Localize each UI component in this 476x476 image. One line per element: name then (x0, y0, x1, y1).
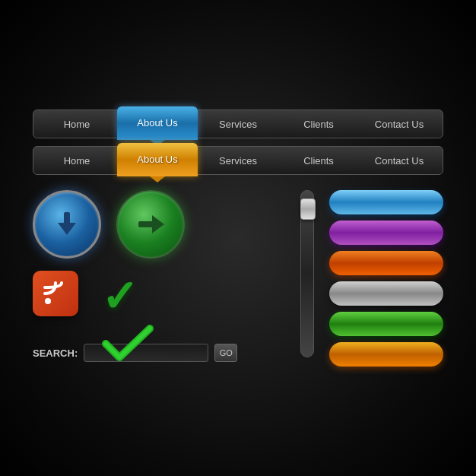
circle-buttons-row (33, 190, 237, 259)
button-purple[interactable] (329, 221, 443, 245)
nav2-clients[interactable]: Clients (278, 149, 359, 173)
nav1-clients[interactable]: Clients (278, 113, 359, 136)
button-gold[interactable] (329, 342, 443, 367)
svg-point-4 (45, 298, 51, 304)
nav1-about[interactable]: About Us (117, 106, 198, 140)
icons-section: SEARCH: GO (33, 190, 237, 362)
slider-handle[interactable] (300, 198, 316, 220)
rss-icon (42, 280, 69, 307)
vertical-slider[interactable] (300, 190, 314, 357)
svg-marker-1 (58, 223, 76, 235)
check-symbol (101, 322, 154, 364)
arrow-right-icon (135, 209, 166, 240)
nav1-services[interactable]: Services (198, 113, 278, 136)
svg-marker-3 (152, 215, 164, 233)
small-icons-row (33, 271, 237, 316)
button-green[interactable] (329, 312, 443, 336)
button-blue[interactable] (329, 190, 443, 214)
next-button[interactable] (116, 190, 185, 259)
colored-buttons-panel (329, 190, 443, 367)
nav2-home[interactable]: Home (36, 149, 117, 173)
nav2-services[interactable]: Services (198, 149, 278, 173)
nav-bar-1: Home About Us Services Clients Contact U… (33, 109, 443, 138)
svg-rect-2 (138, 221, 154, 227)
download-button[interactable] (33, 190, 101, 259)
slider-buttons-area (300, 190, 443, 367)
download-arrow-icon (52, 209, 82, 240)
main-container: Home About Us Services Clients Contact U… (25, 102, 451, 374)
checkmark-icon (101, 271, 154, 316)
content-area: SEARCH: GO (33, 190, 443, 367)
nav1-home[interactable]: Home (36, 113, 117, 136)
button-silver[interactable] (329, 281, 443, 306)
nav-bar-2: Home About Us Services Clients Contact U… (33, 146, 443, 175)
search-label: SEARCH: (33, 347, 78, 359)
nav2-about[interactable]: About Us (117, 143, 198, 176)
go-button[interactable]: GO (214, 344, 237, 362)
nav1-contact[interactable]: Contact Us (359, 113, 440, 136)
button-orange[interactable] (329, 251, 443, 275)
nav2-contact[interactable]: Contact Us (359, 149, 440, 173)
rss-button[interactable] (33, 271, 78, 316)
